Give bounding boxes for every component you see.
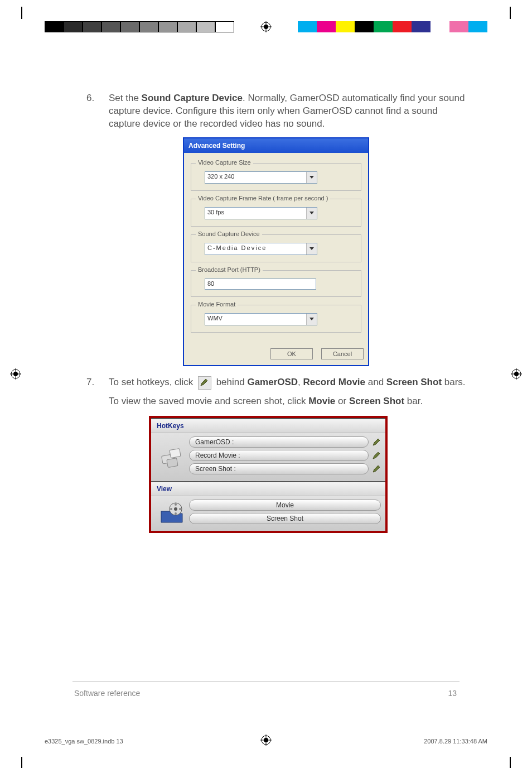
hotkeys-section: HotKeys GamerOSD : [151, 418, 385, 481]
svg-point-17 [175, 503, 177, 506]
t-bold: Screen Shot [349, 396, 404, 406]
step-7-followup: To view the saved movie and screen shot,… [109, 395, 466, 408]
t-bold: GamerOSD [247, 377, 298, 387]
legend: Broadcast Port (HTTP) [196, 266, 263, 273]
t-bold: Movie [308, 396, 335, 406]
combo-value: WMV [205, 314, 306, 325]
svg-rect-13 [170, 448, 181, 458]
footer-rule [72, 681, 460, 681]
step-text: To set hotkeys, click behind GamerOSD, R… [109, 376, 466, 390]
folder-reel-icon [156, 500, 189, 526]
t: or [335, 396, 349, 406]
video-capture-size-combo[interactable]: 320 x 240 [205, 171, 317, 184]
t: To view the saved movie and screen shot,… [109, 396, 308, 406]
registration-target-top [260, 21, 272, 32]
group-broadcast-port: Broadcast Port (HTTP) 80 [191, 270, 361, 297]
dialog-title: Advanced Setting [184, 138, 368, 153]
chevron-down-icon[interactable] [306, 243, 317, 255]
view-section: View Movie Screen Shot [151, 481, 385, 531]
ok-button[interactable]: OK [270, 348, 313, 359]
advanced-setting-dialog: Advanced Setting Video Capture Size 320 … [183, 137, 369, 366]
registration-bar [0, 11, 532, 28]
svg-point-20 [170, 508, 172, 510]
combo-value: 30 fps [205, 208, 306, 219]
pencil-icon[interactable] [372, 438, 381, 447]
chevron-down-icon[interactable] [306, 208, 317, 219]
registration-target-bottom [260, 735, 272, 746]
pencil-icon [198, 376, 211, 390]
t: bars. [442, 377, 466, 387]
section-header: View [151, 482, 385, 496]
step-6: 6. Set the Sound Capture Device. Normall… [86, 92, 466, 131]
grayscale-swatches [45, 21, 234, 32]
content-area: 6. Set the Sound Capture Device. Normall… [86, 92, 466, 533]
step-number: 6. [86, 92, 109, 131]
movie-format-combo[interactable]: WMV [205, 313, 317, 325]
t: and [365, 377, 386, 387]
combo-value: C-Media Device [205, 243, 306, 255]
svg-point-19 [175, 512, 177, 515]
hotkey-record-movie-bar[interactable]: Record Movie : [189, 450, 369, 461]
step-text: Set the Sound Capture Device. Normally, … [109, 92, 466, 131]
step-number: 7. [86, 376, 109, 390]
chevron-down-icon[interactable] [306, 314, 317, 325]
print-footer-file: e3325_vga sw_0829.indb 13 [45, 738, 123, 745]
hotkey-screen-shot-bar[interactable]: Screen Shot : [189, 463, 369, 474]
legend: Video Capture Size [196, 159, 253, 166]
svg-rect-14 [167, 458, 178, 467]
color-swatches [298, 21, 487, 32]
t-bold: Sound Capture Device [142, 93, 243, 103]
group-frame-rate: Video Capture Frame Rate ( frame per sec… [191, 199, 361, 227]
hotkeys-view-panel: HotKeys GamerOSD : [149, 416, 388, 533]
group-video-capture-size: Video Capture Size 320 x 240 [191, 163, 361, 191]
legend: Video Capture Frame Rate ( frame per sec… [196, 195, 330, 201]
registration-target-left [10, 368, 21, 380]
pencil-icon[interactable] [372, 451, 381, 460]
t: , [298, 377, 303, 387]
svg-point-18 [179, 508, 181, 510]
hotkey-gamerosd-bar[interactable]: GamerOSD : [189, 436, 369, 448]
combo-value: 320 x 240 [205, 172, 306, 183]
section-header: HotKeys [151, 419, 385, 433]
sound-capture-combo[interactable]: C-Media Device [205, 243, 317, 255]
t-bold: Record Movie [303, 377, 365, 387]
step-7: 7. To set hotkeys, click behind GamerOSD… [86, 376, 466, 390]
t: Set the [109, 93, 142, 103]
legend: Movie Format [196, 301, 238, 308]
print-footer-date: 2007.8.29 11:33:48 AM [424, 738, 487, 745]
t: behind [216, 377, 248, 387]
registration-target-right [511, 368, 522, 380]
cancel-button[interactable]: Cancel [321, 348, 364, 359]
frame-rate-combo[interactable]: 30 fps [205, 207, 317, 219]
t: bar. [404, 396, 423, 406]
group-sound-capture-device: Sound Capture Device C-Media Device [191, 234, 361, 262]
footer-left: Software reference [74, 689, 140, 698]
page-number: 13 [448, 689, 457, 698]
view-screen-shot-bar[interactable]: Screen Shot [189, 513, 381, 524]
t: To set hotkeys, click [109, 377, 196, 387]
pencil-icon[interactable] [372, 464, 381, 473]
keys-icon [156, 436, 189, 477]
chevron-down-icon[interactable] [306, 172, 317, 183]
view-movie-bar[interactable]: Movie [189, 500, 381, 511]
legend: Sound Capture Device [196, 231, 262, 237]
broadcast-port-input[interactable]: 80 [205, 279, 316, 290]
svg-point-16 [174, 507, 177, 511]
group-movie-format: Movie Format WMV [191, 305, 361, 333]
t-bold: Screen Shot [386, 377, 442, 387]
